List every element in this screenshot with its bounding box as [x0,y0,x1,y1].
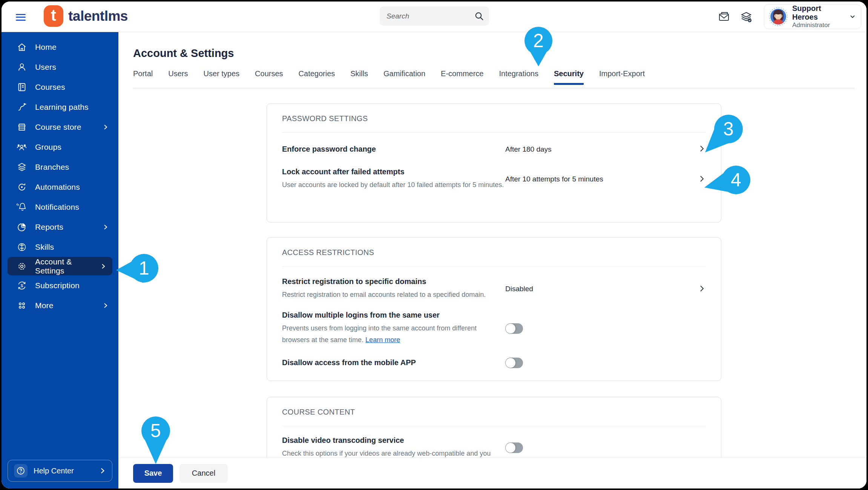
svg-text:$: $ [20,283,23,288]
user-role: Administrator [792,22,844,29]
branches-switch-icon[interactable] [740,11,753,25]
main-content: Account & Settings Portal Users User typ… [118,32,866,488]
notifications-icon [17,202,27,212]
sidebar-item-label: More [35,301,94,310]
tab-users[interactable]: Users [168,69,188,85]
gear-icon [17,261,27,271]
sidebar-item-label: Account & Settings [35,257,92,275]
section-heading: COURSE CONTENT [282,408,706,416]
help-center-button[interactable]: Help Center [8,460,112,482]
messages-icon[interactable] [718,11,730,24]
divider [282,266,706,267]
setting-value: After 180 days [505,145,693,154]
hamburger-menu-icon[interactable] [14,11,27,23]
sidebar: Home Users Courses [2,32,118,488]
sidebar-item-learning-paths[interactable]: Learning paths [2,97,118,117]
access-restrictions-card: ACCESS RESTRICTIONS Restrict registratio… [267,237,721,381]
brand[interactable]: t talentlms [44,5,128,27]
search-input[interactable] [380,6,489,26]
tab-skills[interactable]: Skills [350,69,368,85]
tab-ecommerce[interactable]: E-commerce [441,69,483,85]
user-menu[interactable]: Support Heroes Administrator [764,4,861,29]
courses-icon [17,82,27,92]
tab-gamification[interactable]: Gamification [383,69,425,85]
sidebar-item-users[interactable]: Users [2,57,118,77]
tab-bar: Portal Users User types Courses Categori… [133,69,645,85]
chevron-right-icon[interactable] [698,144,706,154]
sidebar-item-courses[interactable]: Courses [2,77,118,97]
section-heading: ACCESS RESTRICTIONS [282,248,706,257]
sidebar-item-label: Learning paths [35,103,109,112]
toggle-disable-transcoding[interactable] [505,442,523,453]
automations-icon [17,182,27,192]
setting-description: User accounts are locked by default afte… [282,179,505,191]
setting-row-lock-account: Lock account after failed attempts User … [282,167,706,191]
save-button[interactable]: Save [133,464,173,483]
sidebar-item-skills[interactable]: Skills [2,237,118,257]
sidebar-item-reports[interactable]: Reports [2,217,118,237]
sidebar-item-label: Home [35,43,109,52]
chevron-right-icon [103,124,109,130]
password-settings-card: PASSWORD SETTINGS Enforce password chang… [267,103,721,223]
search-box [380,6,489,26]
chevron-down-icon [849,13,856,20]
tab-portal[interactable]: Portal [133,69,153,85]
chevron-right-icon [100,263,107,269]
tab-security[interactable]: Security [554,69,584,85]
sidebar-item-branches[interactable]: Branches [2,157,118,177]
tab-user-types[interactable]: User types [203,69,239,85]
tab-integrations[interactable]: Integrations [499,69,538,85]
chevron-right-icon[interactable] [698,284,706,294]
toggle-disallow-multiple-logins[interactable] [505,323,523,334]
help-center-label: Help Center [34,467,93,475]
setting-row-enforce-password-change: Enforce password change After 180 days [282,144,706,154]
tab-courses[interactable]: Courses [255,69,283,85]
groups-icon [17,142,27,152]
learn-more-link[interactable]: Learn more [365,336,400,344]
chevron-right-icon [99,467,106,474]
more-icon [17,300,27,310]
brand-name: talentlms [68,8,128,24]
subscription-icon: $ [17,280,27,290]
sidebar-item-account-settings[interactable]: Account & Settings [8,257,112,275]
setting-label: Enforce password change [282,145,505,154]
users-icon [17,62,27,72]
toggle-disallow-mobile-app[interactable] [505,358,523,368]
sidebar-item-subscription[interactable]: $ Subscription [2,275,118,295]
setting-row-disable-transcoding: Disable video transcoding service Check … [282,436,706,460]
chevron-right-icon[interactable] [698,175,706,184]
setting-row-disallow-mobile-app: Disallow access from the mobile APP [282,358,706,368]
divider [282,426,706,426]
sidebar-item-label: Automations [35,183,109,192]
setting-label: Lock account after failed attempts [282,167,505,176]
setting-label: Disallow access from the mobile APP [282,358,505,367]
reports-icon [17,222,27,232]
user-info: Support Heroes Administrator [792,4,844,29]
sidebar-item-groups[interactable]: Groups [2,137,118,157]
setting-value: Disabled [505,285,693,293]
setting-description: Prevents users from logging into the sam… [282,323,505,346]
course-store-icon [17,122,27,132]
tab-import-export[interactable]: Import-Export [599,69,645,85]
sidebar-item-automations[interactable]: Automations [2,177,118,197]
sidebar-item-label: Groups [35,143,109,152]
page-title: Account & Settings [133,47,234,60]
search-icon[interactable] [474,11,484,23]
branches-icon [17,162,27,172]
setting-value: After 10 attempts for 5 minutes [505,175,693,183]
sidebar-nav: Home Users Courses [2,32,118,315]
help-icon [14,464,28,478]
setting-row-restrict-domains: Restrict registration to specific domain… [282,277,706,301]
sidebar-item-course-store[interactable]: Course store [2,117,118,137]
sidebar-item-notifications[interactable]: Notifications [2,197,118,217]
sidebar-item-label: Courses [35,83,109,92]
sidebar-item-home[interactable]: Home [2,37,118,57]
sidebar-item-more[interactable]: More [2,295,118,315]
tab-categories[interactable]: Categories [299,69,335,85]
user-name: Support Heroes [792,4,844,22]
talentlms-logo-icon: t [44,5,63,27]
sidebar-item-label: Skills [35,243,109,252]
divider [282,132,706,133]
cancel-button[interactable]: Cancel [179,464,228,483]
sidebar-item-label: Reports [35,223,94,232]
